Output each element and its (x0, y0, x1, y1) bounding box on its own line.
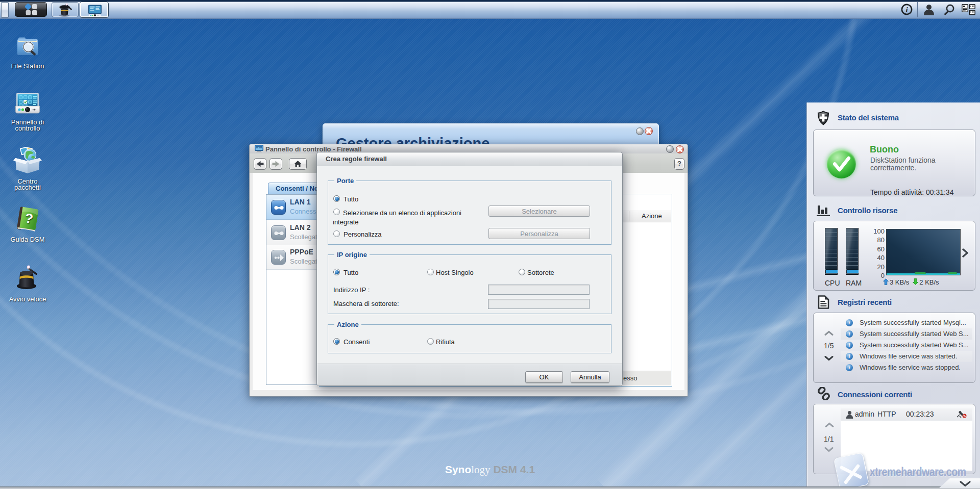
svg-text:i: i (905, 6, 908, 14)
